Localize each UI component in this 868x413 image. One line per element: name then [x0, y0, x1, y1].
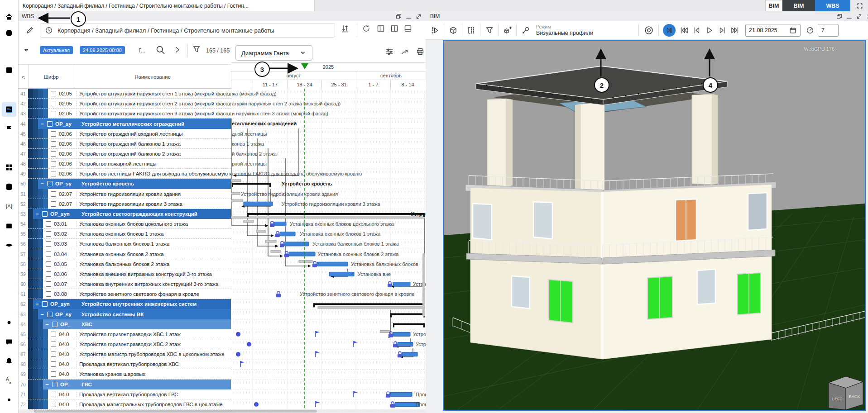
task-bar[interactable]: [280, 232, 295, 236]
table-row[interactable]: 5903.06Установка внешних витражных конст…: [18, 269, 231, 279]
skip-prev-icon[interactable]: [691, 24, 703, 37]
restore-icon[interactable]: [395, 13, 402, 20]
maximize-icon[interactable]: [855, 13, 863, 20]
table-row[interactable]: 4702.06Устройство ограждений балконов 2 …: [18, 149, 231, 159]
row-checkbox[interactable]: [51, 171, 56, 176]
summary-bar[interactable]: [390, 313, 425, 315]
relink-icon[interactable]: [400, 47, 409, 56]
model-add-icon[interactable]: [502, 24, 513, 37]
table-row[interactable]: 4202.05Устройство штукатурки наружных ст…: [18, 99, 231, 109]
globe-icon[interactable]: [2, 26, 16, 40]
column-header-code[interactable]: Шифр: [28, 65, 74, 89]
flag-marker[interactable]: [240, 361, 245, 367]
table-row[interactable]: 4102.05Устройство штукатурки наружных ст…: [18, 89, 231, 99]
task-bar[interactable]: [329, 272, 354, 276]
fullscreen-icon[interactable]: [852, 0, 868, 11]
row-checkbox[interactable]: [47, 121, 53, 127]
row-checkbox[interactable]: [51, 201, 56, 207]
speed-icon[interactable]: [804, 24, 816, 37]
play-pause-icon[interactable]: [663, 24, 676, 37]
task-bar[interactable]: [244, 202, 273, 206]
row-checkbox[interactable]: [46, 281, 51, 287]
table-row[interactable]: 63−OP_syУстройство системы ВК: [18, 309, 231, 319]
collapse-toggle[interactable]: −: [40, 180, 44, 187]
play-icon[interactable]: [704, 24, 715, 37]
column-header-name[interactable]: Наименование: [74, 65, 231, 89]
table-row[interactable]: 5803.05Установка балконных блоков 2 этаж…: [18, 259, 231, 269]
skip-next-icon[interactable]: [716, 24, 728, 37]
collapse-toggle[interactable]: −: [40, 121, 44, 127]
pane-split-icon[interactable]: [390, 24, 399, 33]
blocks-icon[interactable]: [2, 160, 16, 175]
gear-icon[interactable]: [2, 393, 16, 407]
wbs-breadcrumb-box[interactable]: Корпорация / Западный филиал / Гостиница…: [40, 23, 335, 38]
task-bar[interactable]: [393, 332, 410, 336]
flag-marker[interactable]: [316, 351, 320, 357]
printer-icon[interactable]: [416, 47, 425, 56]
structure-icon[interactable]: [2, 45, 16, 60]
row-checkbox[interactable]: [46, 241, 51, 247]
milestone-dot[interactable]: [254, 402, 259, 407]
home-icon[interactable]: [2, 9, 16, 24]
row-checkbox[interactable]: [47, 312, 53, 317]
link-icon[interactable]: [643, 24, 655, 37]
table-row[interactable]: 62−OP_synУстройство внутренних инженерны…: [18, 299, 231, 309]
collapse-columns-button[interactable]: <: [18, 65, 28, 89]
pane-bottom-icon[interactable]: [403, 24, 412, 33]
task-bar[interactable]: [284, 242, 309, 246]
dropdown-caret-icon[interactable]: [23, 47, 30, 54]
summary-bar[interactable]: [247, 213, 425, 215]
hatch-icon[interactable]: [2, 141, 16, 156]
task-bar[interactable]: [393, 282, 410, 286]
tab-bim-2[interactable]: BIM: [782, 0, 815, 11]
row-checkbox[interactable]: [51, 361, 56, 367]
nav-cube[interactable]: LEFTBACK: [829, 376, 863, 410]
row-checkbox[interactable]: [42, 301, 48, 307]
bell-icon[interactable]: [2, 354, 16, 368]
sort-updown-icon[interactable]: [340, 24, 350, 33]
milestone-dot[interactable]: [236, 352, 240, 356]
row-checkbox[interactable]: [46, 221, 51, 227]
cube-face-left[interactable]: LEFT: [832, 397, 843, 401]
database-icon[interactable]: [2, 180, 16, 194]
chart-icon[interactable]: [2, 83, 16, 97]
date-input[interactable]: 21.08.2025: [745, 24, 801, 37]
gantt-vscrollbar[interactable]: [422, 253, 425, 317]
brightness-icon[interactable]: [2, 315, 16, 330]
wrench-icon[interactable]: [520, 24, 532, 37]
table-row[interactable]: 4302.05Устройство штукатурки наружных ст…: [18, 109, 231, 119]
table-row[interactable]: 6504.0Устройство горизонт.разводки ХВС 1…: [18, 329, 231, 339]
interval-input[interactable]: 7: [818, 24, 839, 37]
date-badge[interactable]: 24.09.2025 08:00: [80, 46, 125, 54]
project-tab[interactable]: Корпорация / Западный филиал / Гостиница…: [18, 0, 315, 11]
row-checkbox[interactable]: [51, 191, 56, 197]
skip-first-icon[interactable]: [678, 24, 690, 37]
row-checkbox[interactable]: [46, 261, 51, 267]
row-checkbox[interactable]: [51, 131, 56, 137]
table-row[interactable]: 6103.08Устройство зенитного светового фо…: [18, 289, 231, 299]
table-row[interactable]: 70−OP_ГВС: [18, 380, 231, 389]
calendar-icon[interactable]: [2, 218, 16, 233]
funnel-icon[interactable]: [484, 24, 495, 37]
row-checkbox[interactable]: [51, 111, 56, 116]
table-row[interactable]: 53−OP_synУстройство светоограждающих кон…: [18, 209, 231, 219]
flag-icon[interactable]: [2, 122, 16, 136]
table-row[interactable]: 5102.07Устройство гидроизоляции кровли з…: [18, 189, 231, 199]
table-row[interactable]: 6904.0Установка кранов шаровых: [18, 369, 231, 379]
refresh-icon[interactable]: [362, 24, 371, 33]
summary-bar[interactable]: [232, 183, 271, 185]
table-row[interactable]: 50−OP_syУстройство кровель: [18, 179, 231, 189]
table-row[interactable]: 5603.03Установка балконных блоков 1 этаж…: [18, 239, 231, 249]
pencil-icon[interactable]: [24, 24, 36, 37]
milestone-dot[interactable]: [247, 342, 251, 347]
row-checkbox[interactable]: [42, 211, 48, 217]
chevron-right-icon[interactable]: [173, 45, 182, 54]
table-row[interactable]: 4502.06Устройство ограждений входной лес…: [18, 129, 231, 139]
cube-icon[interactable]: [447, 24, 459, 37]
table-row[interactable]: 4802.06Устройство пожарной лестницы: [18, 159, 231, 169]
view-selector[interactable]: Диаграмма Ганта: [235, 45, 312, 61]
annotation-icon[interactable]: [A]: [2, 199, 16, 214]
comment-icon[interactable]: [2, 335, 16, 349]
collapse-toggle[interactable]: −: [35, 211, 39, 217]
today-marker[interactable]: [301, 63, 308, 69]
